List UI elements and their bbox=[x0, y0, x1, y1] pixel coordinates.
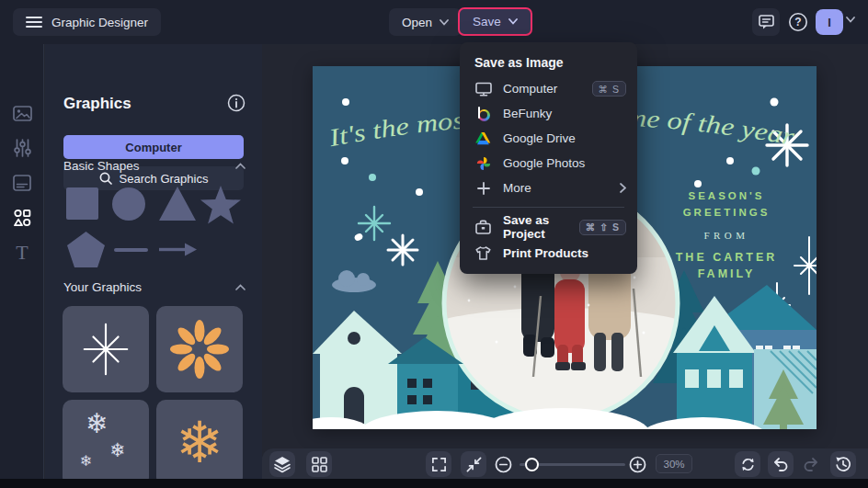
your-graphics-header[interactable]: Your Graphics bbox=[63, 280, 246, 294]
sync-icon bbox=[740, 457, 756, 472]
snowflake-glyph: ❄ bbox=[176, 414, 223, 471]
menu-item-google-photos[interactable]: Google Photos bbox=[460, 151, 637, 176]
undo-button[interactable] bbox=[768, 451, 794, 477]
layers-button[interactable] bbox=[269, 451, 295, 477]
graphic-tile-white-sparkle[interactable] bbox=[63, 306, 149, 392]
google-drive-icon bbox=[474, 131, 492, 145]
zoom-out-button[interactable] bbox=[493, 454, 513, 474]
computer-upload-button[interactable]: Computer bbox=[63, 135, 244, 159]
sliders-icon bbox=[14, 139, 31, 157]
panel-title: Graphics bbox=[63, 95, 131, 113]
zoom-in-icon bbox=[629, 456, 646, 473]
feedback-button[interactable] bbox=[752, 8, 780, 36]
menu-item-label: More bbox=[503, 181, 609, 195]
menu-item-befunky[interactable]: BeFunky bbox=[460, 101, 637, 126]
tool-rail: T bbox=[0, 44, 44, 479]
redo-icon bbox=[803, 457, 819, 471]
shapes-icon bbox=[13, 209, 31, 227]
rail-item-templates[interactable] bbox=[8, 169, 36, 197]
white-burst bbox=[388, 235, 417, 265]
shortcut-badge: ⌘ S bbox=[592, 81, 626, 96]
zoom-level-field[interactable]: 30% bbox=[656, 454, 692, 473]
info-button[interactable] bbox=[227, 94, 246, 116]
chevron-up-icon bbox=[235, 163, 246, 169]
save-menu-header: Save as Image bbox=[460, 49, 637, 76]
card-layout-icon bbox=[13, 175, 31, 191]
rail-item-images[interactable] bbox=[8, 99, 36, 127]
menu-item-label: Save as Project bbox=[503, 213, 568, 241]
save-button[interactable]: Save bbox=[458, 7, 532, 36]
chevron-right-icon bbox=[620, 183, 626, 193]
redo-button[interactable] bbox=[801, 454, 821, 474]
snowflake-glyph: ❄ bbox=[109, 441, 126, 460]
zoom-level-value: 30% bbox=[663, 459, 684, 470]
help-button[interactable]: ? bbox=[784, 8, 812, 36]
rail-item-graphics[interactable] bbox=[8, 204, 36, 232]
template-manager-button[interactable] bbox=[306, 451, 332, 477]
history-icon bbox=[835, 456, 851, 472]
fullscreen-button[interactable] bbox=[426, 451, 451, 477]
snowflake-glyph: ❄ bbox=[86, 410, 108, 437]
zoom-in-button[interactable] bbox=[627, 454, 647, 474]
graphics-panel: Graphics Computer Search Graphics Basic … bbox=[45, 44, 262, 479]
menu-item-label: Google Drive bbox=[503, 131, 626, 145]
avatar[interactable]: I bbox=[816, 9, 843, 35]
fit-to-screen-button[interactable] bbox=[461, 451, 486, 477]
menu-item-print-products[interactable]: Print Products bbox=[460, 240, 637, 266]
briefcase-icon bbox=[474, 220, 492, 234]
shape-circle[interactable] bbox=[112, 187, 145, 221]
shape-triangle[interactable] bbox=[159, 187, 196, 221]
help-icon: ? bbox=[788, 12, 808, 32]
graphic-tile-orange-snowflake[interactable]: ❄ bbox=[156, 400, 243, 479]
app-window: Graphic Designer Open Save bbox=[0, 0, 868, 488]
grid-icon bbox=[312, 457, 327, 472]
bottom-toolbar: 30% bbox=[262, 448, 868, 479]
snowflake-glyph: ❄ bbox=[80, 454, 92, 469]
info-icon bbox=[227, 94, 246, 112]
menu-item-label: BeFunky bbox=[503, 107, 626, 120]
text-tool-icon: T bbox=[16, 241, 28, 265]
comment-icon bbox=[759, 15, 774, 29]
greeting-from: FROM bbox=[703, 230, 748, 241]
history-button[interactable] bbox=[830, 451, 856, 477]
shape-arrow[interactable] bbox=[159, 242, 197, 257]
search-graphics-label: Search Graphics bbox=[120, 172, 209, 186]
menu-item-save-as-project[interactable]: Save as Project ⌘ ⇧ S bbox=[460, 214, 637, 240]
app-title: Graphic Designer bbox=[51, 16, 148, 29]
graphic-tile-white-snowflakes[interactable]: ❄ ❄ ❄ bbox=[63, 400, 149, 479]
menu-item-google-drive[interactable]: Google Drive bbox=[460, 126, 637, 151]
layers-icon bbox=[274, 456, 291, 473]
menu-item-more[interactable]: More bbox=[460, 176, 637, 200]
shape-pentagon[interactable] bbox=[67, 232, 105, 267]
open-button[interactable]: Open bbox=[389, 8, 462, 36]
family-line1: THE CARTER bbox=[676, 251, 778, 264]
menu-item-computer[interactable]: Computer ⌘ S bbox=[460, 76, 637, 101]
chevron-up-icon bbox=[235, 284, 246, 290]
save-button-label: Save bbox=[473, 15, 501, 28]
search-icon bbox=[99, 172, 112, 185]
your-graphics-label: Your Graphics bbox=[63, 280, 142, 294]
computer-upload-label: Computer bbox=[125, 141, 181, 154]
basic-shapes-header[interactable]: Basic Shapes bbox=[63, 159, 246, 173]
refresh-button[interactable] bbox=[735, 451, 760, 477]
undo-icon bbox=[772, 457, 789, 471]
rail-item-adjust[interactable] bbox=[8, 134, 36, 162]
menu-divider bbox=[473, 207, 624, 208]
family-line2: FAMILY bbox=[698, 267, 756, 280]
chevron-down-icon bbox=[508, 18, 518, 25]
rail-item-text[interactable]: T bbox=[8, 239, 36, 267]
account-chevron-icon[interactable] bbox=[846, 17, 855, 23]
graphic-tile-orange-burst[interactable] bbox=[156, 306, 243, 392]
zoom-out-icon bbox=[495, 456, 512, 473]
plus-icon bbox=[474, 182, 492, 195]
shape-line[interactable] bbox=[114, 248, 148, 252]
shape-star[interactable] bbox=[200, 186, 242, 225]
zoom-slider-handle[interactable] bbox=[525, 458, 539, 471]
menu-item-label: Computer bbox=[503, 82, 581, 96]
avatar-initial: I bbox=[828, 16, 831, 29]
shape-square[interactable] bbox=[66, 187, 98, 220]
orange-burst-graphic bbox=[169, 319, 230, 380]
basic-shapes-label: Basic Shapes bbox=[63, 159, 140, 173]
greeting-line2: GREETINGS bbox=[683, 207, 771, 218]
main-menu-button[interactable]: Graphic Designer bbox=[13, 8, 161, 36]
